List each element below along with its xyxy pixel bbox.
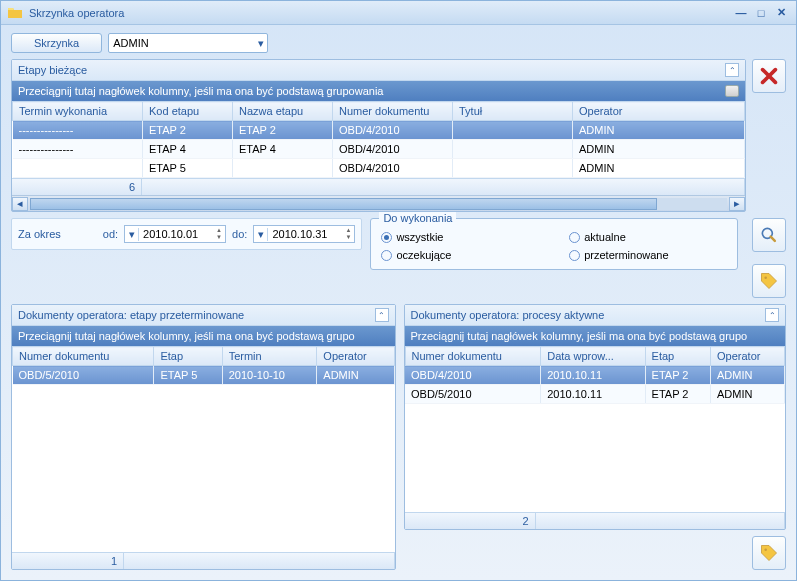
chevron-down-icon[interactable]: ▾ [125,228,139,241]
date-from[interactable]: ▾ ▲▼ [124,225,226,243]
radio-przeterminowane[interactable]: przeterminowane [569,249,727,261]
cell-numer: OBD/4/2010 [405,366,541,385]
operator-inbox-window: Skrzynka operatora — □ ✕ Skrzynka ▾ Etap… [0,0,797,581]
cell-kod: ETAP 2 [143,121,233,140]
cell-tytul [453,140,573,159]
table-row[interactable]: OBD/4/20102010.10.11ETAP 2ADMIN [405,366,785,385]
scroll-right-icon[interactable]: ▸ [729,197,745,211]
active-panel: Dokumenty operatora: procesy aktywne ⌃ P… [404,304,787,530]
search-button[interactable] [752,218,786,252]
chevron-down-icon[interactable]: ▾ [255,37,267,50]
spin-up-icon[interactable]: ▲ [342,227,354,234]
group-hint-text: Przeciągnij tutaj nagłówek kolumny, jeśl… [411,330,748,342]
col-nazwa[interactable]: Nazwa etapu [233,102,333,121]
vscroll-stub[interactable] [725,85,739,97]
dowyk-legend: Do wykonania [379,212,456,224]
active-grid: Numer dokumentu Data wprow... Etap Opera… [405,346,786,404]
cell-numer: OBD/4/2010 [333,140,453,159]
spin-down-icon[interactable]: ▼ [213,234,225,241]
delete-button[interactable] [752,59,786,93]
etapy-panel: Etapy bieżące ⌃ Przeciągnij tutaj nagłów… [11,59,746,212]
scroll-thumb[interactable] [30,198,657,210]
scroll-left-icon[interactable]: ◂ [12,197,28,211]
window-icon [7,5,23,21]
date-to-input[interactable] [268,228,342,240]
etapy-footer: 6 [12,178,745,195]
cell-kod: ETAP 5 [143,159,233,178]
col-termin[interactable]: Termin wykonania [13,102,143,121]
cell-numer: OBD/5/2010 [13,366,154,385]
overdue-group-bar[interactable]: Przeciągnij tutaj nagłówek kolumny, jeśl… [12,326,395,346]
col-data[interactable]: Data wprow... [541,347,645,366]
svg-point-1 [764,276,767,279]
col-tytul[interactable]: Tytuł [453,102,573,121]
col-etap[interactable]: Etap [645,347,710,366]
cell-termin: --------------- [13,121,143,140]
cell-termin [13,159,143,178]
dowyk-fieldset: Do wykonania wszystkie aktualne oczekują… [370,218,738,270]
operator-combo-input[interactable] [109,34,255,52]
col-termin[interactable]: Termin [222,347,317,366]
collapse-icon[interactable]: ⌃ [725,63,739,77]
etapy-title: Etapy bieżące [18,64,87,76]
filter-button[interactable] [752,264,786,298]
col-numer[interactable]: Numer dokumentu [333,102,453,121]
cell-termin: --------------- [13,140,143,159]
cell-nazwa: ETAP 2 [233,121,333,140]
chevron-down-icon[interactable]: ▾ [254,228,268,241]
etapy-panel-row: Etapy bieżące ⌃ Przeciągnij tutaj nagłów… [11,59,786,212]
active-count: 2 [405,513,536,529]
col-operator[interactable]: Operator [317,347,394,366]
maximize-button[interactable]: □ [752,5,770,21]
overdue-grid: Numer dokumentu Etap Termin Operator OBD… [12,346,395,385]
overdue-count: 1 [12,553,124,569]
date-from-input[interactable] [139,228,213,240]
minimize-button[interactable]: — [732,5,750,21]
active-group-bar[interactable]: Przeciągnij tutaj nagłówek kolumny, jeśl… [405,326,786,346]
do-label: do: [232,228,247,240]
collapse-icon[interactable]: ⌃ [765,308,779,322]
cell-operator: ADMIN [317,366,394,385]
operator-combo[interactable]: ▾ [108,33,268,53]
collapse-icon[interactable]: ⌃ [375,308,389,322]
close-button[interactable]: ✕ [772,5,790,21]
etapy-side-buttons [752,59,786,212]
radio-wszystkie[interactable]: wszystkie [381,231,539,243]
date-to[interactable]: ▾ ▲▼ [253,225,355,243]
svg-point-2 [764,548,767,551]
col-kod[interactable]: Kod etapu [143,102,233,121]
etapy-count: 6 [12,179,142,195]
cell-kod: ETAP 4 [143,140,233,159]
cell-etap: ETAP 2 [645,385,710,404]
radio-aktualne[interactable]: aktualne [569,231,727,243]
filter-row: Za okres od: ▾ ▲▼ do: ▾ ▲▼ Do wykonania [11,218,786,298]
col-etap[interactable]: Etap [154,347,222,366]
filter-button-2[interactable] [752,536,786,570]
table-row[interactable]: ---------------ETAP 4ETAP 4OBD/4/2010ADM… [13,140,745,159]
table-row[interactable]: ETAP 5OBD/4/2010ADMIN [13,159,745,178]
col-numer[interactable]: Numer dokumentu [405,347,541,366]
spin-down-icon[interactable]: ▼ [342,234,354,241]
cell-nazwa [233,159,333,178]
col-operator[interactable]: Operator [573,102,745,121]
spin-up-icon[interactable]: ▲ [213,227,225,234]
filter-side-buttons [752,218,786,298]
col-operator[interactable]: Operator [711,347,785,366]
group-hint-text: Przeciągnij tutaj nagłówek kolumny, jeśl… [18,330,355,342]
cell-operator: ADMIN [573,159,745,178]
etapy-hscroll[interactable]: ◂ ▸ [12,195,745,211]
col-numer[interactable]: Numer dokumentu [13,347,154,366]
skrzynka-button[interactable]: Skrzynka [11,33,102,53]
titlebar: Skrzynka operatora — □ ✕ [1,1,796,25]
period-label: Za okres [18,228,61,240]
radio-oczekujace[interactable]: oczekujące [381,249,539,261]
overdue-panel: Dokumenty operatora: etapy przeterminowa… [11,304,396,570]
table-row[interactable]: OBD/5/2010ETAP 52010-10-10ADMIN [13,366,395,385]
cell-nazwa: ETAP 4 [233,140,333,159]
table-row[interactable]: OBD/5/20102010.10.11ETAP 2ADMIN [405,385,785,404]
cell-data: 2010.10.11 [541,366,645,385]
top-toolbar: Skrzynka ▾ [11,33,786,53]
cell-etap: ETAP 5 [154,366,222,385]
table-row[interactable]: ---------------ETAP 2ETAP 2OBD/4/2010ADM… [13,121,745,140]
etapy-group-bar[interactable]: Przeciągnij tutaj nagłówek kolumny, jeśl… [12,81,745,101]
